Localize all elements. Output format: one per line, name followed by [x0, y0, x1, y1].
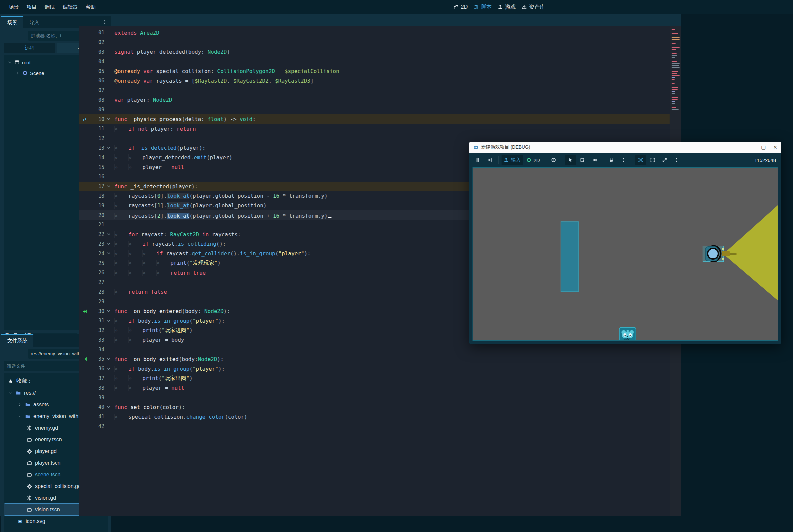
- fold-arrow-icon[interactable]: [105, 232, 113, 237]
- minimize-button[interactable]: —: [749, 144, 754, 150]
- debug-window-titlebar[interactable]: 新建游戏项目 (DEBUG) — ▢ ✕: [469, 142, 781, 153]
- fold-arrow-icon[interactable]: [105, 146, 113, 150]
- code-line-10[interactable]: 10func _physics_process(delta: float) ->…: [79, 114, 669, 124]
- code-line-36[interactable]: 36»if body.is_in_group("player"):: [79, 364, 669, 374]
- code-line-38[interactable]: 38»»player = null: [79, 383, 669, 393]
- tab-indicator: »: [114, 385, 128, 391]
- game-viewport[interactable]: [473, 167, 778, 341]
- code-line-34[interactable]: 34: [79, 345, 669, 354]
- code-text: func _is_detected(player):: [113, 183, 198, 190]
- code-line-37[interactable]: 37»»print("玩家出圈"): [79, 374, 669, 383]
- gear-icon: [27, 425, 32, 431]
- file-filter-input[interactable]: [7, 363, 91, 369]
- kebab-icon[interactable]: [102, 19, 111, 25]
- camera-frame-button[interactable]: [635, 155, 646, 165]
- menu-1[interactable]: 项目: [23, 3, 41, 12]
- mode-2d[interactable]: 2D: [524, 155, 542, 165]
- pause-button[interactable]: [473, 155, 483, 165]
- code-line-39[interactable]: 39: [79, 393, 669, 402]
- menu-0[interactable]: 场景: [5, 3, 23, 12]
- tab-indicator: »: [128, 385, 143, 391]
- code-line-07[interactable]: 07: [79, 86, 669, 95]
- audio-button[interactable]: [589, 155, 600, 165]
- line-number: 25: [91, 260, 105, 266]
- line-number: 04: [91, 59, 105, 65]
- debug-game-window: 新建游戏项目 (DEBUG) — ▢ ✕ 输入2D1152x648: [469, 142, 781, 344]
- chevron-down-icon[interactable]: [18, 415, 22, 418]
- mode-button-游戏[interactable]: 游戏: [497, 4, 515, 11]
- code-line-03[interactable]: 03signal player_detecded(body: Node2D): [79, 48, 669, 57]
- camera-override-button[interactable]: [548, 155, 559, 165]
- code-line-41[interactable]: 41»special_collision.change_color(color): [79, 412, 669, 422]
- code-line-08[interactable]: 08var player: Node2D: [79, 95, 669, 105]
- fold-arrow-icon[interactable]: [105, 117, 113, 121]
- maximize-button[interactable]: ▢: [761, 144, 766, 150]
- forward-button[interactable]: [16, 349, 26, 359]
- code-text: »»player = null: [113, 164, 184, 170]
- fold-arrow-icon[interactable]: [105, 251, 113, 256]
- tab-indicator: »: [114, 231, 128, 238]
- code-line-02[interactable]: 02: [79, 38, 669, 48]
- menu-4[interactable]: 帮助: [82, 3, 100, 12]
- mode-button-脚本[interactable]: 脚本: [474, 4, 492, 11]
- code-line-06[interactable]: 06@onready var raycasts = [$RayCast2D, $…: [79, 76, 669, 86]
- code-text: func _on_body_entered(body: Node2D):: [113, 308, 230, 314]
- mode-button-2D[interactable]: 2D: [454, 4, 468, 10]
- minimap-line: [672, 89, 678, 90]
- fold-arrow-icon[interactable]: [105, 367, 113, 371]
- fold-arrow-icon[interactable]: [105, 242, 113, 246]
- code-text: @onready var raycasts = [$RayCast2D, $Ra…: [113, 78, 314, 84]
- line-number: 05: [91, 68, 105, 74]
- mode-button-资产库[interactable]: 资产库: [522, 4, 545, 11]
- code-line-11[interactable]: 11»if not player: return: [79, 124, 669, 134]
- tab-indicator: »: [114, 250, 128, 256]
- code-line-09[interactable]: 09: [79, 104, 669, 114]
- line-number: 21: [91, 222, 105, 228]
- separator: [498, 156, 498, 164]
- node-picker-button[interactable]: [577, 155, 588, 165]
- fold-arrow-icon[interactable]: [105, 405, 113, 409]
- minimap-line: [672, 73, 677, 74]
- folder-icon: [16, 390, 21, 396]
- chevron-right-icon[interactable]: [18, 403, 22, 407]
- fullscreen-button[interactable]: [659, 155, 670, 165]
- file-row-icon.svg[interactable]: icon.svg: [4, 515, 108, 527]
- code-line-05[interactable]: 05@onready var special_collision: Collis…: [79, 66, 669, 76]
- tab-indicator: »: [128, 270, 143, 276]
- fold-arrow-icon[interactable]: [105, 184, 113, 189]
- back-button[interactable]: [4, 349, 14, 359]
- fold-arrow-icon[interactable]: [105, 319, 113, 323]
- menu-3[interactable]: 编辑器: [59, 3, 82, 12]
- remote-tab[interactable]: 远程: [4, 43, 55, 53]
- code-line-35[interactable]: 35func _on_body_exited(body:Node2D):: [79, 354, 669, 364]
- more-options-button[interactable]: [618, 155, 629, 165]
- chevron-right-icon[interactable]: [15, 71, 20, 75]
- instance-scene-button[interactable]: [16, 31, 26, 41]
- tab-导入[interactable]: 导入: [23, 17, 45, 28]
- tab-filesystem[interactable]: 文件系统: [1, 334, 33, 347]
- separator: [603, 156, 603, 164]
- input-device-button[interactable]: [606, 155, 617, 165]
- input-toggle[interactable]: 输入: [502, 155, 523, 165]
- code-line-40[interactable]: 40func set_color(color):: [79, 402, 669, 412]
- code-text: func _physics_process(delta: float) -> v…: [113, 116, 256, 122]
- select-mode-button[interactable]: [565, 155, 576, 165]
- chevron-down-icon[interactable]: [7, 60, 12, 64]
- fold-arrow-icon[interactable]: [105, 309, 113, 314]
- code-line-01[interactable]: 01extends Area2D: [79, 28, 669, 38]
- tab-indicator: »: [114, 213, 128, 219]
- line-number: 41: [91, 414, 105, 420]
- close-button[interactable]: ✕: [773, 144, 777, 150]
- code-text: »raycasts[0].look_at(player.global_posit…: [113, 193, 327, 199]
- code-text: »»print("玩家进圈"): [113, 327, 193, 334]
- chevron-down-icon[interactable]: [9, 391, 12, 394]
- resize-button[interactable]: [647, 155, 658, 165]
- tab-场景[interactable]: 场景: [1, 16, 23, 28]
- add-node-button[interactable]: [4, 31, 14, 41]
- menu-2[interactable]: 调试: [41, 3, 59, 12]
- code-line-42[interactable]: 42: [79, 422, 669, 431]
- code-line-04[interactable]: 04: [79, 57, 669, 66]
- next-frame-button[interactable]: [485, 155, 495, 165]
- fold-arrow-icon[interactable]: [105, 357, 113, 361]
- more-options-button-2[interactable]: [671, 155, 682, 165]
